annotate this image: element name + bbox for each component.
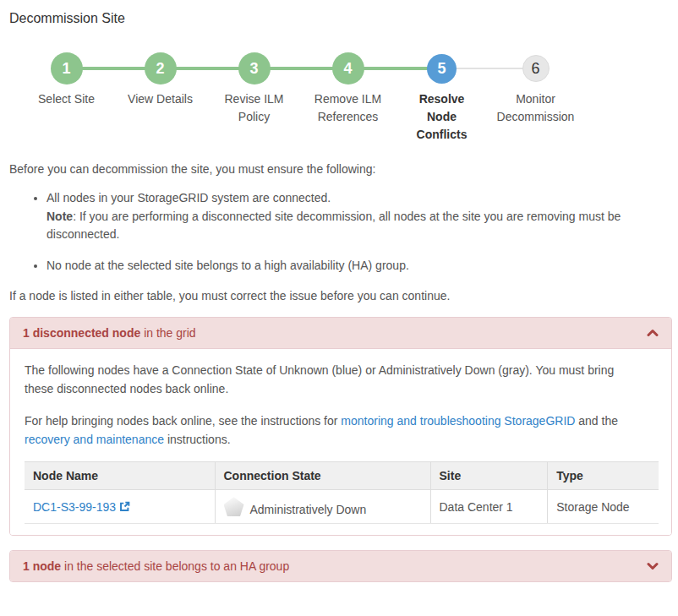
table-header-row: Node Name Connection State Site Type: [25, 462, 659, 490]
recovery-maintenance-link[interactable]: recovery and maintenance: [25, 433, 164, 446]
step-revise-ilm-policy: 3 Revise ILM Policy: [207, 52, 301, 144]
connection-state-label: Administratively Down: [250, 503, 367, 516]
type-cell: Storage Node: [548, 490, 659, 524]
step-2-circle: 2: [145, 52, 177, 84]
step-2-label: View Details: [128, 90, 193, 108]
chevron-down-icon[interactable]: [647, 562, 659, 570]
step-4-circle: 4: [332, 52, 364, 84]
step-6-label: Monitor Decommission: [497, 90, 575, 126]
column-header-type: Type: [548, 462, 659, 490]
disconnected-nodes-table: Node Name Connection State Site Type DC1…: [25, 461, 659, 524]
step-1-circle: 1: [51, 52, 83, 84]
site-cell: Data Center 1: [430, 490, 548, 524]
node-name-link[interactable]: DC1-S3-99-193: [33, 500, 130, 514]
step-6-circle: 6: [522, 55, 550, 82]
step-view-details: 2 View Details: [113, 52, 207, 144]
disconnected-help-text: For help bringing nodes back online, see…: [25, 412, 633, 450]
disconnected-panel-body: The following nodes have a Connection St…: [10, 349, 671, 536]
prerequisite-ha-text: No node at the selected site belongs to …: [46, 259, 409, 272]
prerequisite-ha: No node at the selected site belongs to …: [46, 257, 672, 275]
column-header-connection-state: Connection State: [215, 462, 430, 490]
note-text: : If you are performing a disconnected s…: [46, 210, 621, 242]
column-header-site: Site: [430, 462, 548, 490]
connection-state-cell: Administratively Down: [224, 497, 422, 516]
step-select-site: 1 Select Site: [19, 52, 113, 144]
intro-footer: If a node is listed in either table, you…: [9, 289, 672, 303]
ha-group-panel: 1 node in the selected site belongs to a…: [9, 550, 672, 582]
step-3-label: Revise ILM Policy: [224, 90, 283, 126]
wizard-stepper: 1 Select Site 2 View Details 3 Revise IL…: [19, 52, 582, 144]
column-header-node-name: Node Name: [25, 462, 215, 490]
step-5-label: Resolve Node Conflicts: [417, 90, 467, 144]
monitoring-troubleshooting-link[interactable]: montoring and troubleshooting StorageGRI…: [341, 414, 575, 428]
prerequisite-list: All nodes in your StorageGRID system are…: [46, 189, 672, 275]
step-5-circle: 5: [427, 54, 457, 84]
prerequisite-connected-text: All nodes in your StorageGRID system are…: [46, 191, 331, 204]
administratively-down-icon: [224, 497, 244, 516]
external-link-icon: [119, 501, 130, 512]
disconnected-nodes-panel: 1 disconnected node in the grid The foll…: [9, 317, 672, 537]
intro-lead: Before you can decommission the site, yo…: [9, 162, 672, 176]
chevron-up-icon[interactable]: [647, 329, 659, 337]
decommission-site-page: Decommission Site 1 Select Site 2 View D…: [0, 0, 678, 616]
disconnected-panel-header[interactable]: 1 disconnected node in the grid: [10, 318, 671, 349]
table-row: DC1-S3-99-193 Administratively Down Data…: [25, 490, 659, 524]
disconnected-panel-title: 1 disconnected node in the grid: [23, 326, 196, 340]
step-monitor-decommission: 6 Monitor Decommission: [489, 52, 582, 144]
prerequisite-connected: All nodes in your StorageGRID system are…: [46, 189, 672, 244]
ha-panel-title: 1 node in the selected site belongs to a…: [23, 559, 289, 573]
step-resolve-node-conflicts: 5 Resolve Node Conflicts: [395, 52, 489, 144]
step-4-label: Remove ILM References: [314, 90, 381, 126]
step-3-circle: 3: [238, 52, 271, 84]
page-title: Decommission Site: [9, 11, 672, 26]
step-remove-ilm-references: 4 Remove ILM References: [301, 52, 395, 144]
step-1-label: Select Site: [38, 90, 95, 108]
ha-panel-header[interactable]: 1 node in the selected site belongs to a…: [10, 551, 671, 581]
note-label: Note: [46, 210, 73, 223]
disconnected-description: The following nodes have a Connection St…: [25, 361, 633, 399]
